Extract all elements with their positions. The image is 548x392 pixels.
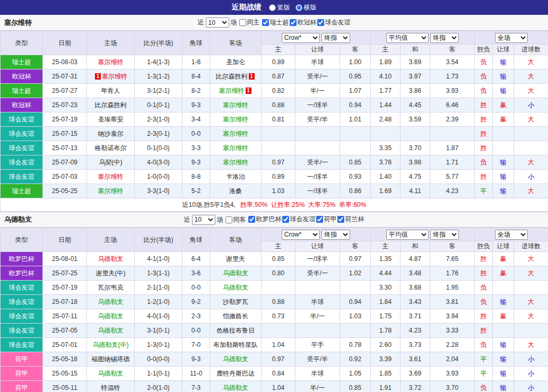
score-cell[interactable]: 1-1(0-1)	[135, 367, 182, 381]
score-cell[interactable]: 4-0(3-0)	[135, 155, 182, 170]
team-name-link[interactable]: 洛桑	[229, 187, 242, 195]
score-cell[interactable]: 1-4(1-3)	[135, 55, 182, 69]
team-name-link[interactable]: 塞尔维特	[98, 187, 124, 195]
score-cell[interactable]: 1-0(0-0)	[135, 170, 182, 184]
team-name-link[interactable]: 乌德勒支	[223, 384, 248, 391]
team-name-link[interactable]: 圣埃蒂安	[98, 116, 124, 123]
team-name-link[interactable]: 乌德勒支	[98, 255, 124, 263]
team-name-link[interactable]: 乌德勒支	[223, 269, 248, 277]
score-cell[interactable]: 3-1(0-1)	[135, 324, 182, 338]
league-filter-option[interactable]: 瑞士超	[262, 18, 289, 27]
result-cell: 输	[493, 367, 514, 381]
team-name-link[interactable]: 乌德勒支	[223, 355, 248, 363]
league-filter-option[interactable]: 欧冠杯	[290, 18, 317, 27]
league-filter-checkbox[interactable]	[316, 216, 323, 223]
team-name-link[interactable]: 恺撒酋长	[223, 312, 248, 320]
team-name-link[interactable]: 瓦尔韦克	[98, 284, 124, 291]
team-name-link[interactable]: 塞尔维特	[98, 173, 124, 180]
team-name-link[interactable]: 福图纳锡塔德	[92, 355, 130, 363]
league-filter-checkbox[interactable]	[317, 19, 324, 26]
fulltime-select[interactable]: 全场	[495, 230, 528, 240]
vertical-layout-radio[interactable]	[269, 4, 276, 11]
league-filter-checkbox[interactable]	[262, 19, 269, 26]
result-cell: 胜	[475, 141, 493, 155]
score-cell[interactable]: 0-1(0-0)	[135, 141, 182, 155]
team-name-link[interactable]: 乌德勒支	[98, 327, 124, 334]
score-cell[interactable]: 1-3(1-2)	[135, 69, 182, 84]
score-cell[interactable]: 1-2(1-0)	[135, 295, 182, 309]
same-venue-option[interactable]: 同客	[225, 215, 246, 224]
score-cell[interactable]: 0-1(0-1)	[135, 98, 182, 112]
average-index-select[interactable]: 终指	[430, 230, 459, 240]
team-name-link[interactable]: 乌德勒支	[98, 370, 124, 377]
team-name-link[interactable]: 鹿特丹斯巴达	[216, 370, 255, 377]
team-name-link[interactable]: 乌德勒支	[98, 298, 124, 306]
team-name-link[interactable]: 沙勒罗瓦	[223, 298, 248, 306]
average-select[interactable]: 平均值	[386, 230, 429, 240]
score-cell[interactable]: 2-3(0-1)	[135, 127, 182, 141]
horizontal-layout-radio[interactable]	[295, 4, 302, 11]
league-filter-option[interactable]: 荷兰杯	[337, 215, 364, 224]
match-count-select[interactable]: 10	[192, 215, 215, 225]
score-cell[interactable]: 0-0(0-0)	[135, 352, 182, 367]
score-cell[interactable]: 4-1(1-0)	[135, 252, 182, 266]
team-name-link[interactable]: 比尔森胜利	[216, 73, 248, 80]
team-name-link[interactable]: 谢里夫(中)	[96, 269, 126, 277]
layout-option-horizontal[interactable]: 横版	[295, 3, 317, 12]
team-name-link[interactable]: 塞尔维特	[223, 144, 248, 152]
team-name-link[interactable]: 塞尔维特	[98, 58, 124, 66]
score-cell[interactable]: 3-3(1-0)	[135, 184, 182, 198]
team-name-link[interactable]: 特温特	[101, 384, 120, 391]
bookmaker-select[interactable]: Crow*	[282, 230, 320, 240]
team-name-link[interactable]: 谢里夫	[226, 255, 245, 263]
same-venue-checkbox[interactable]	[225, 216, 232, 223]
average-select[interactable]: 平均值	[386, 33, 429, 43]
score-cell[interactable]: 4-0(1-0)	[135, 309, 182, 324]
fulltime-select[interactable]: 全场	[495, 33, 528, 43]
team-name-link[interactable]: 纳沙泰尔	[98, 130, 124, 137]
league-filter-option[interactable]: 荷甲	[316, 215, 337, 224]
team-name-link[interactable]: 布加勒斯特星队	[213, 341, 258, 349]
away-team-cell: 乌德勒支	[210, 281, 262, 295]
team-name-link[interactable]: 乌德勒支	[98, 312, 124, 320]
team-name-link[interactable]: 色格拉布鲁日	[216, 327, 255, 334]
team-name-link[interactable]: 塞尔维特	[223, 130, 248, 137]
team-name-link[interactable]: 塞尔维特	[102, 73, 127, 80]
league-filter-checkbox[interactable]	[337, 216, 344, 223]
crown-index-select[interactable]: 终指	[321, 230, 350, 240]
crown-odds-cell: 半/一	[295, 381, 340, 392]
bookmaker-select[interactable]: Crow*	[282, 33, 320, 43]
league-filter-checkbox[interactable]	[290, 19, 297, 26]
team-name-link[interactable]: 乌德勒支	[223, 284, 248, 291]
score-cell[interactable]: 2-3(1-0)	[135, 112, 182, 127]
same-venue-checkbox[interactable]	[239, 19, 246, 26]
team-name-link[interactable]: 塞尔维特	[223, 116, 248, 123]
league-filter-option[interactable]: 欧罗巴杯	[248, 215, 282, 224]
league-filter-option[interactable]: 球会友谊	[282, 215, 316, 224]
average-odds-cell: 1.85	[371, 367, 401, 381]
team-name-link[interactable]: 乌契(中)	[99, 159, 123, 166]
layout-option-vertical[interactable]: 竖版	[269, 3, 290, 12]
league-filter-checkbox[interactable]	[248, 216, 255, 223]
score-cell[interactable]: 2-1(1-0)	[135, 281, 182, 295]
league-filter-option[interactable]: 球会友谊	[317, 18, 351, 27]
score-cell[interactable]: 3-1(2-1)	[135, 84, 182, 98]
team-name-link[interactable]: 卡洛治	[226, 173, 245, 180]
match-count-select[interactable]: 10	[206, 18, 229, 28]
average-index-select[interactable]: 终指	[430, 33, 459, 43]
crown-index-select[interactable]: 终指	[321, 33, 350, 43]
team-name-link[interactable]: 塞尔维特	[223, 159, 248, 166]
team-name-link[interactable]: 比尔森胜利	[95, 101, 127, 109]
league-filter-checkbox[interactable]	[282, 216, 289, 223]
same-venue-option[interactable]: 同主	[239, 18, 260, 27]
score-cell[interactable]: 1-3(1-1)	[135, 266, 182, 281]
score-cell[interactable]: 1-3(0-1)	[135, 338, 182, 352]
team-name-link[interactable]: 圣加仑	[226, 58, 245, 66]
match-rows: 欧罗巴杯25-08-01乌德勒支4-1(1-0)6-4谢里夫0.85一/球半0.…	[1, 252, 548, 392]
team-name-link[interactable]: 乌德勒支(中)	[93, 341, 129, 349]
score-cell[interactable]: 2-0(1-0)	[135, 381, 182, 392]
team-name-link[interactable]: 塞尔维特	[219, 87, 245, 94]
team-name-link[interactable]: 格勒诺布尔	[95, 144, 127, 152]
team-name-link[interactable]: 年青人	[101, 87, 120, 94]
team-name-link[interactable]: 塞尔维特	[223, 101, 248, 109]
